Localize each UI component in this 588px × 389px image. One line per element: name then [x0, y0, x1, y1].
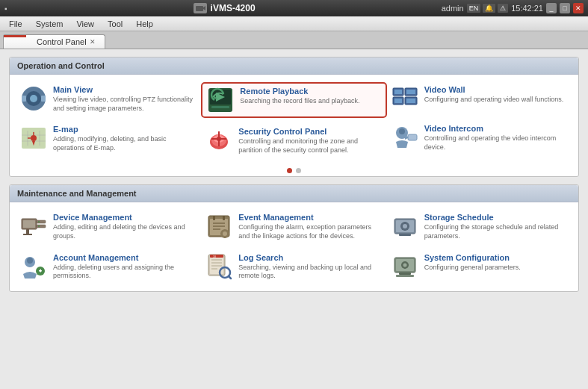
svg-rect-23 [394, 90, 402, 94]
svg-rect-58 [210, 256, 223, 274]
tab-label: Control Panel [37, 37, 87, 46]
security-control-item[interactable]: Security Control Panel Controlling and m… [201, 124, 386, 158]
svg-rect-85 [396, 275, 414, 277]
system-config-desc: Configuring general parameters. [424, 264, 568, 273]
main-view-text: Main View Viewing live video, controllin… [53, 85, 196, 113]
svg-rect-5 [22, 96, 26, 102]
event-management-desc: Configuring the alarm, exception paramet… [238, 223, 382, 240]
security-control-text: Security Control Panel Controlling and m… [238, 127, 382, 155]
svg-text:18: 18 [213, 255, 216, 258]
svg-marker-1 [203, 6, 205, 10]
device-management-desc: Adding, editing and deleting the devices… [53, 223, 196, 240]
menu-tool[interactable]: Tool [102, 18, 129, 30]
pagination-dot-2[interactable] [296, 168, 301, 173]
log-search-item[interactable]: 18 Log Search Searching, viewing and bac… [201, 250, 386, 284]
svg-point-40 [27, 258, 33, 264]
app-menu-file: ▪ [4, 4, 7, 13]
svg-rect-32 [23, 220, 35, 228]
minimize-button[interactable]: _ [546, 3, 557, 13]
status-icons: EN 🔔 ⚠ [467, 4, 509, 13]
svg-point-37 [38, 221, 40, 222]
op-col-3: Video Wall Configuring and operating vid… [387, 82, 572, 158]
account-management-item[interactable]: Account Management Adding, deleting user… [16, 250, 201, 284]
svg-point-8 [31, 135, 37, 141]
emap-item[interactable]: E-map Adding, modifying, deleting, and b… [16, 122, 201, 155]
main-view-item[interactable]: Main View Viewing live video, controllin… [16, 82, 201, 116]
menu-help[interactable]: Help [130, 18, 159, 30]
security-control-title: Security Control Panel [238, 127, 382, 136]
log-search-icon: 18 [205, 253, 232, 280]
system-config-item[interactable]: System Configuration Configuring general… [387, 250, 572, 283]
svg-line-66 [229, 276, 231, 278]
svg-rect-43 [40, 269, 42, 272]
svg-rect-49 [213, 216, 215, 220]
device-management-icon [20, 213, 47, 240]
remote-playback-text: Remote Playback Searching the record fil… [240, 87, 380, 106]
svg-point-38 [38, 225, 40, 227]
menu-system[interactable]: System [30, 18, 69, 30]
main-view-icon [20, 85, 47, 112]
event-management-item[interactable]: Event Management Configuring the alarm, … [201, 210, 386, 243]
event-management-icon [205, 213, 232, 240]
title-bar: ▪ iVMS-4200 admin EN 🔔 ⚠ 15:42:21 _ □ ✕ [0, 0, 588, 16]
svg-rect-29 [408, 134, 417, 140]
svg-rect-24 [406, 90, 415, 94]
svg-rect-33 [37, 220, 46, 223]
device-management-item[interactable]: Device Management Adding, editing and de… [16, 210, 201, 243]
menu-view[interactable]: View [70, 18, 100, 30]
tab-control-panel[interactable]: Control Panel ✕ [3, 34, 105, 49]
emap-desc: Adding, modifying, deleting, and basic o… [53, 135, 196, 152]
video-intercom-desc: Controlling and operating the video inte… [424, 134, 568, 152]
menu-bar: File System View Tool Help [0, 16, 588, 31]
maint-col-1: Device Management Adding, editing and de… [16, 210, 201, 284]
svg-rect-50 [223, 216, 225, 220]
svg-rect-75 [399, 234, 411, 236]
time-display: 15:42:21 [511, 4, 543, 13]
video-intercom-title: Video Intercom [424, 124, 568, 133]
svg-point-70 [403, 224, 407, 228]
svg-rect-36 [23, 234, 32, 235]
section-maintenance-content: Device Management Adding, editing and de… [10, 202, 578, 291]
video-intercom-text: Video Intercom Controlling and operating… [424, 124, 568, 152]
operation-pagination [10, 165, 578, 176]
tab-bar: Control Panel ✕ [0, 31, 588, 49]
svg-point-18 [217, 137, 221, 141]
system-config-icon [392, 253, 418, 280]
account-management-title: Account Management [53, 253, 196, 262]
tab-close-button[interactable]: ✕ [90, 38, 96, 46]
video-wall-item[interactable]: Video Wall Configuring and operating vid… [387, 82, 572, 115]
svg-rect-34 [37, 225, 46, 228]
status-box-2: 🔔 [483, 4, 495, 13]
maximize-button[interactable]: □ [560, 3, 570, 13]
app-camera-icon [194, 3, 207, 13]
system-config-text: System Configuration Configuring general… [424, 253, 568, 273]
video-intercom-item[interactable]: Video Intercom Controlling and operating… [387, 121, 572, 155]
pagination-dot-1[interactable] [287, 168, 292, 173]
storage-schedule-desc: Configuring the storage schedule and rel… [424, 223, 568, 240]
log-search-text: Log Search Searching, viewing and backin… [238, 253, 382, 281]
log-search-title: Log Search [238, 253, 382, 262]
status-box-1: EN [467, 4, 481, 13]
title-bar-center: iVMS-4200 [194, 3, 256, 13]
admin-label: admin [442, 4, 464, 13]
close-button[interactable]: ✕ [573, 3, 584, 13]
storage-schedule-item[interactable]: Storage Schedule Configuring the storage… [387, 210, 572, 243]
video-wall-text: Video Wall Configuring and operating vid… [424, 85, 568, 105]
tab-red-indicator [4, 35, 26, 37]
section-operation-content: Main View Viewing live video, controllin… [10, 75, 578, 165]
main-view-desc: Viewing live video, controlling PTZ func… [53, 96, 196, 113]
device-management-text: Device Management Adding, editing and de… [53, 213, 196, 240]
section-maintenance: Maintenance and Management [9, 184, 579, 292]
remote-playback-item[interactable]: Remote Playback Searching the record fil… [201, 82, 386, 118]
op-col-1: Main View Viewing live video, controllin… [16, 82, 201, 158]
app-title: iVMS-4200 [211, 3, 256, 13]
svg-point-4 [30, 95, 37, 102]
video-wall-icon [392, 85, 418, 112]
menu-file[interactable]: File [3, 18, 28, 30]
security-control-icon [205, 127, 232, 154]
maint-col-2: Event Management Configuring the alarm, … [201, 210, 386, 284]
device-management-title: Device Management [53, 213, 196, 222]
svg-rect-6 [41, 96, 46, 102]
svg-rect-35 [26, 229, 29, 234]
storage-schedule-text: Storage Schedule Configuring the storage… [424, 213, 568, 240]
